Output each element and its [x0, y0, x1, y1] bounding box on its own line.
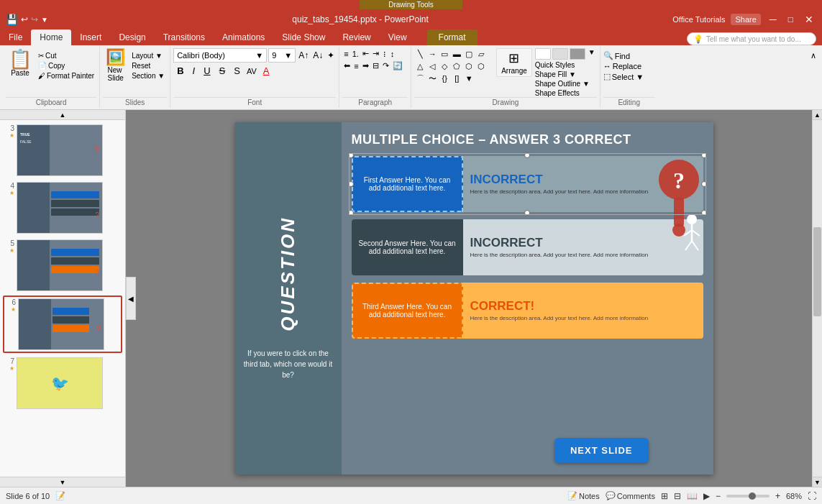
- shape-tri-btn[interactable]: △: [414, 60, 426, 72]
- find-btn[interactable]: 🔍 Find: [603, 51, 655, 60]
- italic-btn[interactable]: I: [189, 64, 199, 78]
- smartart-convert-btn[interactable]: 🔄: [391, 60, 404, 71]
- new-slide-btn[interactable]: 🖼️ NewSlide: [103, 48, 128, 83]
- shape-more-btn[interactable]: ▼: [463, 73, 475, 84]
- answer-row-3[interactable]: Third Answer Here. You can add additiona…: [352, 283, 703, 339]
- shape-outline-btn[interactable]: Shape Outline ▼: [535, 80, 597, 88]
- decrease-font-btn[interactable]: A↓: [311, 50, 324, 60]
- layout-btn[interactable]: Layout ▼: [129, 51, 167, 60]
- style-swatch-1[interactable]: [535, 48, 551, 60]
- format-painter-btn[interactable]: 🖌 Format Painter: [36, 71, 96, 81]
- shape-rtri-btn[interactable]: ◁: [426, 60, 438, 72]
- tab-slideshow[interactable]: Slide Show: [273, 29, 334, 45]
- shape-hex-btn[interactable]: ⬡: [463, 60, 475, 72]
- maximize-btn[interactable]: □: [785, 14, 796, 24]
- view-slideshow-btn[interactable]: ▶: [703, 491, 710, 501]
- view-reading-btn[interactable]: 📖: [687, 491, 698, 501]
- zoom-slider[interactable]: [726, 495, 770, 498]
- cut-btn[interactable]: ✂ Cut: [36, 51, 96, 60]
- shape-brace-btn[interactable]: {}: [439, 73, 450, 84]
- share-btn[interactable]: Share: [731, 14, 760, 25]
- bold-btn[interactable]: B: [173, 64, 187, 78]
- shape-effects-btn[interactable]: Shape Effects: [535, 89, 597, 97]
- clear-format-btn[interactable]: ✦: [326, 50, 336, 60]
- slide-panel-scroll-down[interactable]: ▼: [0, 477, 125, 487]
- customize-icon[interactable]: ▼: [41, 16, 48, 24]
- tab-animations[interactable]: Animations: [214, 29, 273, 45]
- tab-transitions[interactable]: Transitions: [155, 29, 214, 45]
- quick-styles-btn[interactable]: Quick Styles: [535, 61, 597, 69]
- columns-btn[interactable]: ⫶: [381, 49, 388, 59]
- tab-file[interactable]: File: [0, 29, 31, 45]
- indent-increase-btn[interactable]: ⇥: [371, 48, 380, 59]
- char-spacing-btn[interactable]: AV: [245, 66, 258, 76]
- shape-rounded-btn[interactable]: ▢: [463, 48, 475, 60]
- answer-row-2[interactable]: Second Answer Here. You can add addition…: [352, 219, 703, 275]
- indent-decrease-btn[interactable]: ⇤: [361, 48, 370, 59]
- shape-arrow-btn[interactable]: →: [426, 48, 438, 60]
- office-tutorials-btn[interactable]: Office Tutorials: [672, 15, 725, 24]
- shape-rect-btn[interactable]: ▭: [439, 48, 450, 60]
- shape-diamond-btn[interactable]: ◇: [439, 60, 450, 72]
- tab-design[interactable]: Design: [110, 29, 154, 45]
- close-btn[interactable]: ✕: [802, 14, 816, 25]
- slide-thumb-5[interactable]: 5 ★ ?: [3, 238, 122, 293]
- slide-vscroll[interactable]: ▲ ▼: [812, 110, 822, 487]
- slide-thumb-7[interactable]: 7 ★ 🐦: [3, 356, 122, 411]
- notes-btn[interactable]: 📝 Notes: [567, 491, 600, 500]
- comments-btn[interactable]: 💬 Comments: [606, 491, 655, 500]
- redo-icon[interactable]: ↪: [31, 14, 38, 24]
- copy-btn[interactable]: 📄 Copy: [36, 61, 96, 70]
- increase-font-btn[interactable]: A↑: [297, 50, 310, 60]
- answer-3-left[interactable]: Third Answer Here. You can add additiona…: [352, 283, 463, 339]
- slide-thumb-3[interactable]: 3 ★ TRUE FALSE ?: [3, 123, 122, 178]
- text-direction-btn[interactable]: ↷: [381, 60, 391, 71]
- shape-parallelogram-btn[interactable]: ▱: [475, 48, 487, 60]
- shape-line-btn[interactable]: ╲: [414, 48, 426, 60]
- answer-3-right[interactable]: CORRECT! Here is the description area. A…: [463, 283, 703, 339]
- align-center-btn[interactable]: ≡: [352, 61, 360, 71]
- tab-home[interactable]: Home: [31, 29, 71, 45]
- undo-icon[interactable]: ↩: [21, 14, 28, 24]
- view-normal-btn[interactable]: ⊞: [661, 491, 668, 501]
- align-left-btn[interactable]: ⬅: [342, 60, 352, 71]
- bullets-btn[interactable]: ≡: [342, 49, 350, 59]
- style-swatch-2[interactable]: [552, 48, 568, 60]
- slide-notes-icon[interactable]: 📝: [55, 491, 65, 500]
- tell-me-box[interactable]: 💡 Tell me what you want to do...: [687, 32, 816, 45]
- vscroll-up-btn[interactable]: ▲: [813, 110, 822, 120]
- align-right-btn[interactable]: ➡: [361, 60, 370, 71]
- shape-wave-btn[interactable]: 〜: [426, 73, 438, 84]
- slide-thumb-6[interactable]: 6 ★ ?: [3, 295, 122, 353]
- arrange-btn[interactable]: ⊞ Arrange: [496, 48, 532, 77]
- text-shadow-btn[interactable]: S: [230, 64, 244, 78]
- reset-btn[interactable]: Reset: [129, 61, 167, 70]
- next-slide-btn[interactable]: NEXT SLIDE: [554, 438, 649, 463]
- underline-btn[interactable]: U: [200, 64, 214, 78]
- tab-insert[interactable]: Insert: [71, 29, 110, 45]
- section-btn[interactable]: Section ▼: [129, 71, 167, 81]
- style-swatch-3[interactable]: [570, 48, 585, 60]
- save-icon[interactable]: 💾: [6, 14, 18, 25]
- font-color-btn[interactable]: A: [260, 64, 273, 78]
- fit-window-btn[interactable]: ⛶: [808, 491, 816, 501]
- shape-bracket-btn[interactable]: []: [451, 73, 462, 84]
- paste-btn[interactable]: 📋 Paste: [6, 48, 35, 78]
- strikethrough-btn[interactable]: S: [216, 64, 229, 78]
- slide-hscroll-left[interactable]: ◀: [126, 277, 136, 320]
- shape-oct-btn[interactable]: ⬡: [475, 60, 487, 72]
- tab-review[interactable]: Review: [334, 29, 379, 45]
- shape-arc-btn[interactable]: ⌒: [414, 73, 426, 84]
- select-btn[interactable]: ⬚ Select ▼: [603, 72, 655, 81]
- answer-2-left[interactable]: Second Answer Here. You can add addition…: [352, 219, 463, 275]
- numbering-btn[interactable]: 1.: [351, 49, 360, 59]
- font-name-selector[interactable]: Calibri (Body) ▼: [173, 48, 267, 63]
- quick-styles-expand-btn[interactable]: ▼: [587, 48, 597, 60]
- minimize-btn[interactable]: ─: [767, 14, 780, 25]
- vscroll-down-btn[interactable]: ▼: [813, 477, 822, 487]
- zoom-out-btn[interactable]: −: [716, 491, 721, 501]
- replace-btn[interactable]: ↔ Replace: [603, 62, 655, 70]
- shape-rect2-btn[interactable]: ▬: [451, 48, 462, 60]
- zoom-in-btn[interactable]: +: [775, 491, 780, 501]
- slide-panel-scroll-up[interactable]: ▲: [0, 110, 125, 120]
